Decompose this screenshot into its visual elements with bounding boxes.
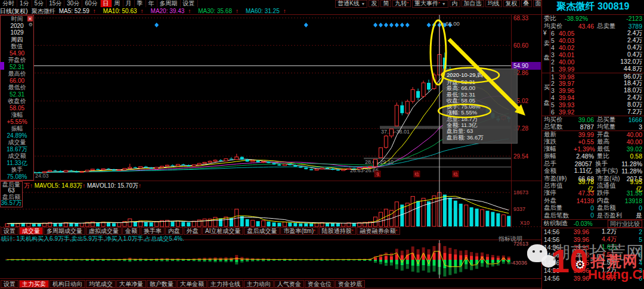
tool-button[interactable]: 普通K线 ▼ — [335, 0, 367, 8]
svg-text:24.03: 24.03 — [35, 173, 49, 179]
period-tab-30分[interactable]: 30分 — [64, 0, 82, 7]
lower-tab-设置[interactable]: 设置 — [1, 280, 18, 288]
lower-tab-机构日动向[interactable]: 机构日动向 — [49, 280, 85, 288]
tab-换手率[interactable]: 换手率 — [141, 227, 165, 235]
tool-button[interactable]: 叠 — [521, 0, 532, 7]
tip-row: +5.55% — [1, 119, 33, 126]
period-tab-60分[interactable]: 60分 — [82, 0, 100, 7]
ma-header: 日线(复权)聚杰微纤MA5: 52.59↑MA10: 50.63↑MA20: 3… — [0, 8, 293, 14]
up-arrow-icon: ↑ — [30, 182, 33, 189]
lower-tab-人气资金[interactable]: 人气资金 — [274, 280, 304, 288]
tip-row: 52.31 — [1, 91, 33, 98]
period-tab-5分[interactable]: 5分 — [32, 0, 47, 7]
svg-text:28.66-29.10: 28.66-29.10 — [365, 159, 394, 165]
industry-compare-link[interactable]: 同行业比较 — [608, 220, 642, 228]
tick-row[interactable]: 14:5639.951.5万4 — [542, 259, 644, 267]
period-tab-多周期[interactable]: 多周期 — [157, 0, 181, 7]
quote-row: 最新39.99开盘40.00 — [542, 130, 644, 138]
ask-row-1[interactable]: 139.9944.8万 — [542, 66, 644, 73]
tip-row: 周四 — [1, 36, 33, 43]
tip-row: 11.33亿 — [1, 160, 33, 167]
tab-虚拟成交量[interactable]: 虚拟成交量 — [86, 227, 122, 235]
lower-tab-资金仓位[interactable]: 资金仓位 — [305, 280, 335, 288]
lower-tab-散户数量[interactable]: 散户数量 — [147, 280, 177, 288]
tab-市盈率(ttm)[interactable]: 市盈率(ttm)* — [280, 227, 318, 235]
tip-row: 最低价 — [1, 84, 33, 91]
volume-x10-label: X10 — [520, 220, 530, 226]
tool-button[interactable]: 发 — [369, 0, 379, 7]
tick-row[interactable]: 14:5639.961.2万3 — [542, 267, 644, 275]
tick-row[interactable]: 14:5639.961.2万2 — [542, 228, 644, 236]
tab-融资融券余额[interactable]: 融资融券余额* — [357, 227, 400, 235]
toolbar-periods: 分时1分5分15分30分60分日周月季年多周期设置 — [0, 0, 198, 7]
period-tab-月[interactable]: 月 — [123, 0, 135, 7]
period-tab-15分[interactable]: 15分 — [47, 0, 64, 7]
tab-盘后成交量[interactable]: 盘后成交量 — [244, 227, 280, 235]
period-tab-分时[interactable]: 分时 — [0, 0, 17, 7]
lower-tab-主力买卖[interactable]: 主力买卖 — [19, 280, 49, 288]
tab-设置[interactable]: 设置 — [1, 227, 18, 235]
vol-unit-label: 万 — [24, 182, 30, 189]
period-tab-季[interactable]: 季 — [135, 0, 146, 7]
tab-多周期成交量[interactable]: 多周期成交量 — [44, 227, 85, 235]
ma-value: MA10: 50.63↑ — [103, 8, 147, 14]
after-hours-row: 63 — [1, 188, 22, 194]
period-tab-设置[interactable]: 设置 — [181, 0, 198, 7]
lower-tab-大单金额[interactable]: 大单金额 — [177, 280, 207, 288]
gear-icon[interactable]: ⚙ — [29, 22, 33, 27]
tick-row[interactable]: 14:5639.964.4万5 — [542, 236, 644, 244]
volume-scale-2: 9337 — [513, 206, 525, 212]
tab-内盘[interactable]: 内盘 — [165, 227, 183, 235]
tool-button[interactable]: 加自选 — [462, 0, 484, 7]
ma-value: MA60: 31.25↑ — [246, 8, 290, 14]
volume-ma-header: 万↑ MAVOL5: 14.83万↑ MAVOL10: 15.70万↑ — [24, 182, 141, 190]
tip-row: 最高价 — [1, 70, 33, 77]
tab-金额[interactable]: 金额 — [122, 227, 140, 235]
tab-外盘[interactable]: 外盘 — [184, 227, 202, 235]
indicator-help-link[interactable]: 指标说明 — [499, 235, 522, 243]
lower-tab-均笔成交[interactable]: 均笔成交 — [86, 280, 116, 288]
period-tab-1分[interactable]: 1分 — [17, 0, 32, 7]
lower-indicator-tabs: 设置主力买卖机构日动向均笔成交大单净量散户数量大单金额主力持仓线主力动向人气资金… — [1, 280, 366, 288]
tool-button[interactable]: 简 — [380, 0, 391, 7]
tip-row: 换手 — [1, 166, 33, 173]
period-tab-日[interactable]: 日 — [101, 0, 112, 7]
mavol10-label: MAVOL10: 15.70万 — [87, 182, 138, 189]
mavol5-label: MAVOL5: 14.83万 — [35, 182, 82, 189]
pane-divider-2 — [0, 278, 541, 279]
tab-陆股通持股[interactable]: 陆股通持股* — [319, 227, 357, 235]
lower-tab-资金抄底[interactable]: 资金抄底 — [335, 280, 365, 288]
quote-row: 盘后量0盘后额0 — [542, 204, 644, 212]
lower-tab-大单净量[interactable]: 大单净量 — [116, 280, 146, 288]
tool-button[interactable]: 内 — [450, 0, 460, 7]
period-tab-周[interactable]: 周 — [112, 0, 123, 7]
tip-row: 54.90 — [1, 50, 33, 57]
tool-button[interactable]: 均线 — [485, 0, 502, 7]
counts-row: 总笔数8787均笔量3 — [542, 123, 644, 130]
tool-button[interactable]: 复权 — [503, 0, 520, 7]
tick-row[interactable]: 14:5639.964.5万5 — [542, 251, 644, 259]
tooltip-row: 盘后额: 36.6万 — [447, 135, 513, 141]
period-tab-年[interactable]: 年 — [146, 0, 157, 7]
header-divider — [0, 14, 541, 15]
lower-tab-主力动向[interactable]: 主力动向 — [244, 280, 274, 288]
kline-window: 分时1分5分15分30分60分日周月季年多周期设置 普通K线 ▼发简九转*重大事… — [0, 0, 644, 289]
tick-row[interactable]: 14:5639.931.6万3 — [542, 244, 644, 251]
tip-row: 75.08% — [1, 173, 33, 181]
main-force-chart[interactable] — [0, 240, 541, 278]
force-scale-min: -43036 — [510, 260, 527, 266]
close-icon[interactable]: ✕ — [27, 16, 33, 21]
lower-tab-主力持仓线[interactable]: 主力持仓线 — [208, 280, 243, 288]
tab-AI立桩成交量[interactable]: AI立桩成交量 — [202, 227, 243, 235]
tab-成交量[interactable]: 成交量 — [19, 227, 43, 235]
bid-row-6[interactable]: 639.927.2万 — [542, 108, 644, 116]
up-arrow-icon: ↑ — [138, 182, 141, 189]
tip-row: 52.31 — [1, 64, 33, 71]
volume-scale-1: 18673 — [513, 189, 528, 195]
axis-label: 29.54 — [513, 153, 541, 160]
bid-side-label: 盘 — [544, 99, 550, 107]
quote-row: 涨跌+0.55最高40.00 — [542, 138, 644, 145]
tick-row[interactable]: 14:5639.961.3万6 — [542, 275, 644, 282]
tool-button[interactable]: 九转* — [392, 0, 411, 7]
tool-button[interactable]: 重大事件* ▼ — [412, 0, 448, 8]
